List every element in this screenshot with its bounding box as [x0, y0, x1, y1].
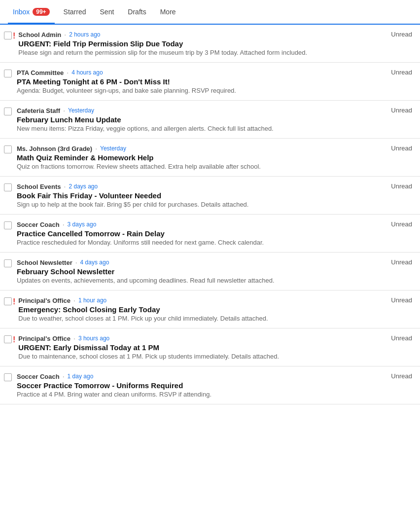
email-checkbox[interactable]	[4, 70, 12, 77]
nav-tab-starred[interactable]: Starred	[59, 1, 91, 24]
email-dot: ·	[73, 334, 75, 342]
email-sender: Ms. Johnson (3rd Grade)	[17, 145, 92, 152]
email-item[interactable]: Soccer Coach·3 days agoPractice Cancelle…	[0, 215, 420, 253]
email-unread-label: Unread	[383, 31, 412, 38]
email-sender: Principal's Office	[18, 335, 70, 342]
email-subject: Math Quiz Reminder & Homework Help	[17, 153, 383, 162]
email-content: Soccer Coach·1 day agoSoccer Practice To…	[15, 372, 383, 398]
email-meta: School Admin·2 hours ago	[18, 31, 383, 38]
nav-tab-sent-label: Sent	[100, 8, 114, 16]
email-time: 1 day ago	[68, 373, 94, 380]
email-sender: School Newsletter	[17, 259, 72, 266]
email-sender: Principal's Office	[18, 297, 70, 304]
email-checkbox[interactable]	[4, 221, 12, 229]
email-time: 3 hours ago	[78, 335, 109, 342]
nav-tab-inbox-badge: 99+	[33, 8, 49, 16]
email-content: School Events·2 days agoBook Fair This F…	[15, 182, 383, 208]
email-unread-label: Unread	[383, 334, 412, 342]
email-checkbox-area	[4, 145, 15, 153]
email-item[interactable]: Soccer Coach·1 day agoSoccer Practice To…	[0, 366, 420, 404]
email-time: 2 hours ago	[69, 31, 100, 38]
email-meta: PTA Committee·4 hours ago	[17, 69, 383, 76]
email-sender: Soccer Coach	[17, 373, 60, 380]
urgent-icon: !	[13, 32, 15, 40]
email-subject: Practice Cancelled Tomorrow - Rain Delay	[17, 229, 383, 238]
email-preview: Quiz on fractions tomorrow. Review sheet…	[17, 163, 383, 170]
email-subject: February Lunch Menu Update	[17, 115, 383, 124]
email-sender: Soccer Coach	[17, 221, 60, 228]
email-checkbox[interactable]	[4, 335, 12, 343]
email-subject: URGENT: Early Dismissal Today at 1 PM	[18, 343, 383, 352]
nav-tab-sent[interactable]: Sent	[95, 1, 119, 24]
email-item[interactable]: !Principal's Office·1 hour agoEmergency:…	[0, 291, 420, 328]
email-content: School Admin·2 hours agoURGENT: Field Tr…	[16, 31, 383, 56]
email-preview: Agenda: Budget, volunteer sign-ups, and …	[17, 87, 383, 94]
urgent-icon: !	[13, 335, 15, 344]
email-checkbox-area: !	[4, 334, 16, 344]
email-dot: ·	[95, 145, 97, 152]
email-content: Principal's Office·3 hours agoURGENT: Ea…	[16, 334, 383, 360]
email-unread-label: Unread	[383, 107, 412, 114]
email-content: School Newsletter·4 days agoFebruary Sch…	[15, 258, 383, 284]
email-checkbox-area	[4, 258, 15, 267]
email-subject: Emergency: School Closing Early Today	[18, 305, 383, 314]
nav-tab-drafts[interactable]: Drafts	[123, 1, 151, 24]
email-item[interactable]: School Newsletter·4 days agoFebruary Sch…	[0, 253, 420, 291]
urgent-icon: !	[13, 297, 15, 306]
email-preview: Updates on events, achievements, and upc…	[17, 277, 383, 284]
email-sender: School Events	[17, 183, 61, 190]
email-dot: ·	[75, 258, 77, 266]
nav-bar: Inbox99+StarredSentDraftsMore	[0, 0, 420, 25]
nav-tab-drafts-label: Drafts	[128, 8, 146, 16]
email-item[interactable]: Ms. Johnson (3rd Grade)·YesterdayMath Qu…	[0, 139, 420, 177]
email-subject: Book Fair This Friday - Volunteer Needed	[17, 191, 383, 200]
email-unread-label: Unread	[383, 372, 412, 380]
nav-tab-inbox[interactable]: Inbox99+	[8, 1, 55, 24]
email-meta: Principal's Office·1 hour ago	[18, 296, 383, 304]
email-time: 2 days ago	[69, 183, 98, 190]
email-item[interactable]: !Principal's Office·3 hours agoURGENT: E…	[0, 328, 420, 366]
email-checkbox-area	[4, 372, 15, 381]
email-checkbox[interactable]	[4, 183, 12, 191]
email-dot: ·	[63, 220, 65, 228]
email-checkbox-area	[4, 69, 15, 77]
email-checkbox[interactable]	[4, 108, 12, 115]
email-checkbox-area	[4, 107, 15, 115]
email-checkbox[interactable]	[4, 259, 12, 267]
email-checkbox[interactable]	[4, 373, 12, 381]
email-unread-label: Unread	[383, 145, 412, 152]
nav-tab-more[interactable]: More	[155, 1, 181, 24]
email-checkbox[interactable]	[4, 297, 12, 305]
email-subject: February School Newsletter	[17, 267, 383, 276]
email-content: Principal's Office·1 hour agoEmergency: …	[16, 296, 383, 322]
email-sender: PTA Committee	[17, 69, 64, 76]
email-subject: Soccer Practice Tomorrow - Uniforms Requ…	[17, 381, 383, 390]
email-unread-label: Unread	[383, 69, 412, 76]
email-item[interactable]: PTA Committee·4 hours agoPTA Meeting Ton…	[0, 63, 420, 101]
email-preview: Practice rescheduled for Monday. Uniform…	[17, 239, 383, 246]
email-item[interactable]: School Events·2 days agoBook Fair This F…	[0, 177, 420, 215]
email-checkbox[interactable]	[4, 32, 12, 39]
email-subject: URGENT: Field Trip Permission Slip Due T…	[18, 39, 383, 48]
email-list: !School Admin·2 hours agoURGENT: Field T…	[0, 25, 420, 404]
email-item[interactable]: Cafeteria Staff·YesterdayFebruary Lunch …	[0, 101, 420, 139]
email-checkbox-area	[4, 220, 15, 229]
email-item[interactable]: !School Admin·2 hours agoURGENT: Field T…	[0, 25, 420, 63]
email-time: 1 hour ago	[78, 297, 106, 304]
email-preview: Sign up to help at the book fair. Bring …	[17, 201, 383, 208]
email-content: PTA Committee·4 hours agoPTA Meeting Ton…	[15, 69, 383, 94]
email-meta: Cafeteria Staff·Yesterday	[17, 107, 383, 114]
email-meta: School Newsletter·4 days ago	[17, 258, 383, 266]
email-dot: ·	[64, 182, 66, 190]
email-time: 3 days ago	[68, 221, 97, 228]
email-content: Cafeteria Staff·YesterdayFebruary Lunch …	[15, 107, 383, 132]
email-time: Yesterday	[68, 107, 94, 114]
nav-tab-starred-label: Starred	[64, 8, 86, 16]
email-preview: Practice at 4 PM. Bring water and clean …	[17, 391, 383, 398]
email-sender: School Admin	[18, 31, 61, 38]
email-subject: PTA Meeting Tonight at 6 PM - Don't Miss…	[17, 77, 383, 86]
email-checkbox[interactable]	[4, 145, 12, 153]
email-dot: ·	[67, 69, 69, 76]
email-unread-label: Unread	[383, 296, 412, 304]
email-meta: Soccer Coach·1 day ago	[17, 372, 383, 380]
